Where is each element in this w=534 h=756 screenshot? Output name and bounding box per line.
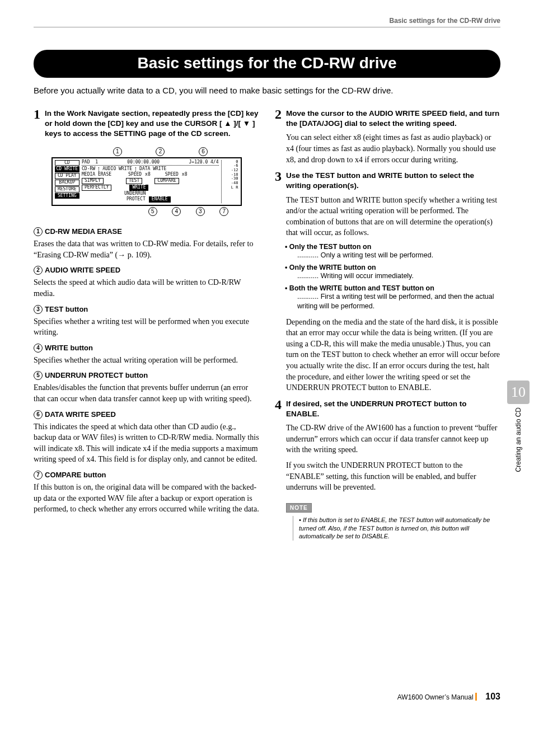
bullet-write-only-desc: ........... Writing will occur immediate… [297, 271, 500, 281]
lcd-time: 00:00:00.000 [127, 160, 160, 165]
lcd-speed-label: SPEED [128, 172, 142, 177]
callout-6: 6 [199, 147, 208, 156]
lcd-speed-x8a: x8 [145, 172, 151, 177]
lcd-test-button: TEST [126, 178, 142, 184]
step-number-4: 4 [275, 398, 282, 411]
callout-2: 2 [156, 147, 165, 156]
item2-heading: AUDIO WRITE SPEED [45, 266, 120, 274]
item7-text: If this button is on, the original data … [34, 482, 259, 515]
item5-text: Enables/disables the function that preve… [34, 382, 259, 404]
footer-divider-icon [475, 693, 477, 701]
item6-heading: DATA WRITE SPEED [45, 410, 116, 419]
circled-2: 2 [34, 266, 43, 275]
lcd-compare-button: COMPARE [154, 178, 179, 184]
bullet-both: • Both the WRITE button and TEST button … [285, 284, 500, 292]
lcd-mediaerase: MEDIA ERASE [82, 172, 111, 177]
note-label: NOTE [286, 503, 312, 513]
step-1-heading: In the Work Navigate section, repeatedly… [45, 109, 259, 139]
step-2-heading: Move the cursor to the AUDIO WRITE SPEED… [286, 109, 500, 129]
page-footer: AW1600 Owner’s Manual 103 [34, 692, 500, 702]
page-title: Basic settings for the CD-RW drive [34, 50, 500, 78]
lcd-speed-x8b: x8 [182, 172, 188, 177]
lcd-simply-button: SIMPLY [82, 178, 104, 184]
lcd-audiowrite-label: AUDIO WRITE [102, 167, 132, 172]
bullet-write-only: • Only the WRITE button on [285, 264, 500, 271]
step-3-text-2: Depending on the media and the state of … [286, 317, 500, 393]
item2-text: Selects the speed at which audio data wi… [34, 277, 259, 299]
footer-page-number: 103 [485, 692, 500, 701]
lcd-meter: 0 -6 -12 -18 -30 -48 L R [221, 160, 238, 204]
lcd-tab-restore: RESTORE [55, 186, 80, 192]
item7-heading: COMPARE button [45, 471, 106, 479]
item1-heading: CD-RW MEDIA ERASE [45, 227, 122, 236]
bullet-test-only: • Only the TEST button on [285, 243, 500, 251]
circled-5: 5 [34, 371, 43, 380]
lcd-tempo: J=120.0 4/4 [189, 160, 219, 165]
item3-text: Specifies whether a writing test will be… [34, 316, 259, 338]
circled-4: 4 [34, 344, 43, 353]
circled-1: 1 [34, 227, 43, 236]
lcd-speed-label2: SPEED [165, 172, 179, 177]
bullet-both-desc: ........... First a writing test will be… [297, 292, 500, 311]
callout-7: 7 [219, 207, 228, 216]
callout-5: 5 [148, 207, 157, 216]
lcd-write-button: WRITE [129, 185, 148, 191]
lcd-screenshot: 1 2 6 CD CD WRITE CD PLAY BACKUP RESTORE… [51, 147, 242, 217]
step-4-text-2: If you switch the UNDERRUN PROTECT butto… [286, 460, 500, 493]
lcd-tab-cdwrite: CD WRITE [55, 166, 80, 172]
item4-text: Specifies whether the actual writing ope… [34, 355, 259, 366]
callout-4: 4 [172, 207, 181, 216]
step-number-3: 3 [275, 170, 282, 183]
running-header: Basic settings for the CD-RW drive [34, 17, 500, 27]
callout-3: 3 [196, 207, 205, 216]
intro-text: Before you actually write data to a CD, … [34, 86, 500, 95]
step-3-text: The TEST button and WRITE button specify… [286, 195, 500, 238]
item1-text: Erases the data that was written to CD-R… [34, 238, 259, 260]
lcd-datawrite-label: DATA WRITE [139, 167, 166, 172]
callout-1: 1 [113, 147, 122, 156]
item5-heading: UNDERRUN PROTECT button [45, 371, 148, 379]
footer-manual-name: AW1600 Owner’s Manual [397, 693, 474, 701]
step-4-text-1: The CD-RW drive of the AW1600 has a func… [286, 422, 500, 456]
circled-7: 7 [34, 471, 43, 480]
step-4-heading: If desired, set the UNDERRUN PROTECT but… [286, 399, 500, 419]
lcd-enable-button: ENABLE [149, 196, 171, 203]
item3-heading: TEST button [45, 305, 88, 313]
item4-heading: WRITE button [45, 344, 93, 352]
step-3-heading: Use the TEST button and WRITE button to … [286, 171, 500, 191]
chapter-number: 10 [507, 381, 530, 404]
lcd-tab-cd: CD [55, 160, 80, 166]
note-text: • If this button is set to ENABLE, the T… [293, 516, 500, 541]
lcd-tab-setting: SETTING [55, 193, 80, 199]
step-2-text: You can select either x8 (eight times as… [286, 132, 500, 165]
chapter-side-tab: 10 Creating an audio CD [507, 381, 530, 472]
lcd-pad: PAD 1 [82, 160, 98, 165]
circled-6: 6 [34, 410, 43, 419]
chapter-label: Creating an audio CD [514, 407, 522, 472]
lcd-tab-cdplay: CD PLAY [55, 173, 80, 179]
step-number-1: 1 [34, 107, 40, 121]
circled-3: 3 [34, 305, 43, 314]
step-number-2: 2 [275, 107, 282, 121]
lcd-protect: PROTECT [127, 197, 146, 202]
item6-text: This indicates the speed at which data o… [34, 421, 259, 465]
lcd-tab-backup: BACKUP [55, 180, 80, 186]
lcd-cdrw-label: CD-RW [82, 167, 95, 172]
lcd-underrun: UNDERRUN [124, 191, 146, 196]
bullet-test-only-desc: ........... Only a writing test will be … [297, 251, 500, 260]
lcd-perfectly-button: PERFECTLY [82, 185, 111, 191]
